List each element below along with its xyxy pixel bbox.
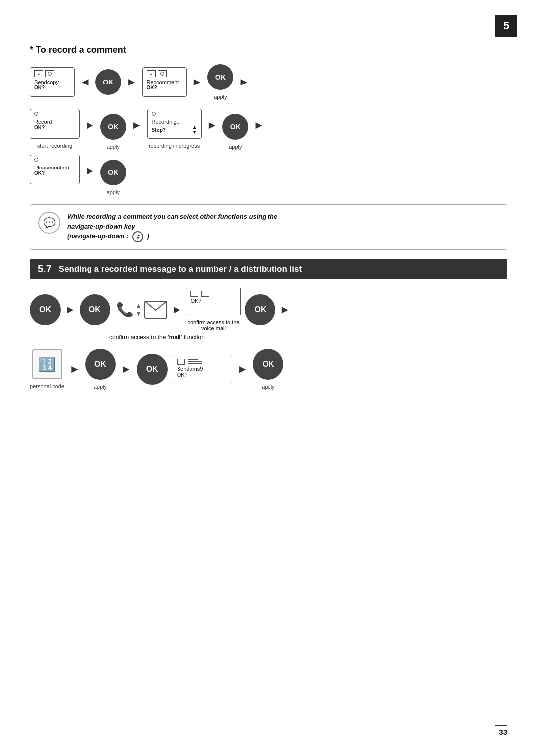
- recording-screen: Recording... Stop? ▲ ▼: [147, 109, 202, 139]
- reccomment-screen: ≡ Reccomment OK?: [142, 67, 187, 97]
- voicemail-status: OK?: [190, 298, 236, 304]
- s57-r2-apply1: apply: [94, 384, 107, 390]
- s57-row1: OK ► OK 📞 ▲ ▼ ►: [30, 288, 507, 331]
- recording-progress-label: recording in progress: [149, 143, 200, 149]
- dot-icon2: [158, 70, 167, 77]
- sq-icon2: [201, 291, 209, 297]
- voicemail-step: OK? confirm access to the voice mail: [186, 288, 241, 331]
- tab-icon2: ≡: [147, 70, 156, 77]
- line2: [188, 361, 202, 362]
- s57-ok3[interactable]: OK: [245, 294, 275, 325]
- section-57-number: 5.7: [38, 263, 52, 275]
- arrow-right2: ►: [192, 76, 203, 88]
- arrow-r4: ►: [85, 119, 95, 132]
- sendams9-screen: Sendams9 OK?: [173, 356, 232, 383]
- sendcopy-label: Sendcopy: [34, 79, 70, 85]
- voicemail-screen-top: [190, 291, 236, 297]
- sendams9-step: Sendams9 OK?: [173, 356, 232, 383]
- s57-ok-circle-2[interactable]: OK: [80, 294, 110, 325]
- s57-r2-ok-circle-3[interactable]: OK: [253, 349, 283, 380]
- note-icon: 💬: [38, 212, 60, 234]
- s57-r2-ok-circle-1[interactable]: OK: [85, 349, 116, 380]
- s57-ok-circle-3[interactable]: OK: [245, 294, 275, 325]
- arrow-right1: ►: [126, 76, 137, 88]
- ok-circle-2[interactable]: OK: [207, 64, 233, 90]
- ok-circle-3[interactable]: OK: [100, 114, 126, 140]
- record-step: Record OK? start recording: [30, 109, 80, 149]
- phone-icon: 📞: [116, 301, 134, 318]
- envelope-icon: [144, 300, 168, 319]
- section-57-header: 5.7 Sending a recorded message to a numb…: [30, 259, 507, 279]
- record-screen: Record OK?: [30, 109, 80, 139]
- ok-btn-4[interactable]: OK apply: [222, 114, 248, 150]
- page-footer: 33: [495, 725, 507, 736]
- s57-r2-arrow1: ►: [69, 363, 80, 376]
- reccomment-label: Reccomment: [147, 79, 182, 85]
- s57-ok-circle-1[interactable]: OK: [30, 294, 61, 325]
- s57-arrow3: ►: [279, 303, 290, 316]
- line3: [188, 363, 202, 364]
- recording-status: Stop?: [152, 127, 166, 133]
- tab-icon: ≡: [34, 70, 43, 77]
- record-label: Record: [34, 119, 75, 125]
- mail-function-label: confirm access to the 'mail' function: [109, 334, 507, 341]
- mail-function-group: 📞 ▲ ▼: [116, 300, 168, 319]
- confirm-step: Pleaseconfirm OK?: [30, 155, 80, 184]
- apply-label-2: apply: [107, 144, 120, 150]
- apply-label-4: apply: [107, 189, 120, 195]
- s57-r2-ok-circle-2[interactable]: OK: [137, 354, 168, 385]
- arrow-r7: ►: [253, 119, 264, 132]
- arrow-r8: ►: [85, 165, 95, 177]
- ok-circle-1[interactable]: OK: [95, 69, 121, 95]
- ok-btn-2[interactable]: OK apply: [207, 64, 233, 100]
- recording-step: Recording... Stop? ▲ ▼ recording in prog…: [147, 109, 202, 149]
- s57-r2-ok3[interactable]: OK apply: [253, 349, 283, 390]
- record-status: OK?: [34, 125, 75, 130]
- sq-s1: [177, 359, 185, 365]
- page-number: 5: [495, 15, 517, 37]
- reccomment-step: ≡ Reccomment OK?: [142, 67, 187, 97]
- reccomment-status: OK?: [147, 85, 182, 90]
- updown-icon: ▲ ▼: [192, 125, 197, 135]
- confirm-status: OK?: [34, 170, 75, 176]
- s57-ok2[interactable]: OK: [80, 294, 110, 325]
- ok-btn-3[interactable]: OK apply: [100, 114, 126, 150]
- s57-arrow1: ►: [65, 303, 76, 316]
- updown-nav: ▲ ▼: [136, 302, 142, 317]
- ok-circle-4[interactable]: OK: [222, 114, 248, 140]
- sendams9-label: Sendams9: [177, 366, 228, 372]
- s57-r2-ok1[interactable]: OK apply: [85, 349, 116, 390]
- sendcopy-screen: ≡ Sendcopy OK?: [30, 67, 75, 97]
- arrow-left1: ◄: [80, 76, 90, 88]
- s57-r2-ok2[interactable]: OK: [137, 354, 168, 385]
- ok-btn-1[interactable]: OK: [95, 69, 121, 95]
- keypad-icon: 🔢: [32, 349, 62, 379]
- sendcopy-step: ≡ Sendcopy OK?: [30, 67, 75, 97]
- apply-label-3: apply: [229, 144, 242, 150]
- voicemail-confirm-label: confirm access to the voice mail: [187, 319, 239, 331]
- personal-code-label: personal code: [30, 383, 64, 389]
- s57-r2-arrow3: ►: [237, 363, 248, 376]
- confirm-label: Pleaseconfirm: [34, 165, 75, 170]
- personal-code-step: 🔢 personal code: [30, 349, 64, 389]
- dot-icon: [45, 70, 54, 77]
- sendams9-status: OK?: [177, 372, 228, 378]
- s57-arrow2: ►: [172, 303, 182, 316]
- ok-btn-5[interactable]: OK apply: [100, 160, 126, 195]
- confirm-screen: Pleaseconfirm OK?: [30, 155, 80, 184]
- line1: [188, 359, 198, 360]
- s57-ok1[interactable]: OK: [30, 294, 61, 325]
- ok-circle-5[interactable]: OK: [100, 160, 126, 185]
- start-recording-label: start recording: [37, 143, 72, 149]
- sendcopy-status: OK?: [34, 85, 70, 90]
- sendams9-screen-top: [177, 359, 228, 365]
- arrow-right3: ►: [238, 76, 249, 88]
- record-row1: ≡ Sendcopy OK? ◄ OK ► ≡: [30, 64, 507, 100]
- voicemail-screen: OK?: [186, 288, 241, 315]
- note-box: 💬 While recording a comment you can sele…: [30, 204, 507, 250]
- arrow-r6: ►: [207, 119, 218, 132]
- note-text: While recording a comment you can select…: [67, 212, 277, 242]
- s57-r2-apply2: apply: [262, 384, 274, 390]
- recording-label: Recording...: [152, 119, 197, 125]
- s57-r2-arrow2: ►: [121, 363, 132, 376]
